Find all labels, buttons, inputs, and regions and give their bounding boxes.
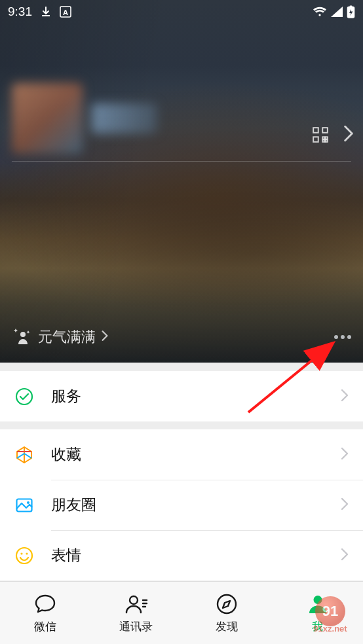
tab-chats[interactable]: 微信 xyxy=(0,582,91,644)
more-icon[interactable] xyxy=(334,335,351,339)
menu-item-label: 服务 xyxy=(51,386,81,406)
svg-rect-8 xyxy=(42,15,50,16)
menu-item-label: 朋友圈 xyxy=(51,495,96,515)
svg-point-25 xyxy=(313,596,322,604)
svg-point-16 xyxy=(27,501,29,504)
chevron-right-icon xyxy=(341,497,349,513)
chevron-right-icon xyxy=(341,548,349,564)
avatar[interactable] xyxy=(12,83,83,154)
service-icon xyxy=(14,387,34,406)
tab-bar: 微信 通讯录 发现 xyxy=(0,581,363,644)
chat-icon xyxy=(33,592,58,617)
discover-icon xyxy=(214,592,239,617)
svg-rect-6 xyxy=(326,137,328,139)
svg-point-7 xyxy=(20,332,26,337)
me-icon xyxy=(305,592,330,617)
menu-item-service[interactable]: 服务 xyxy=(0,371,363,421)
profile-separator xyxy=(12,161,351,162)
svg-rect-0 xyxy=(313,128,318,133)
battery-icon xyxy=(347,5,355,18)
sparkle-person-icon xyxy=(12,327,31,347)
svg-rect-4 xyxy=(326,140,328,142)
profile-cover: 元气满满 xyxy=(0,0,363,363)
svg-point-19 xyxy=(26,552,28,554)
profile-card[interactable] xyxy=(12,76,287,161)
status-chevron-icon[interactable] xyxy=(96,329,109,346)
tab-label: 通讯录 xyxy=(119,619,153,634)
svg-rect-5 xyxy=(322,140,324,142)
moments-icon xyxy=(14,495,34,515)
tab-contacts[interactable]: 通讯录 xyxy=(91,582,182,644)
contacts-icon xyxy=(124,592,149,617)
tab-discover[interactable]: 发现 xyxy=(182,582,273,644)
svg-point-18 xyxy=(20,552,22,554)
qr-code-icon[interactable] xyxy=(312,126,329,143)
svg-rect-2 xyxy=(313,137,318,142)
chevron-right-icon xyxy=(341,389,349,404)
nickname-blurred xyxy=(92,103,157,134)
screen: 元气满满 9:31 A xyxy=(0,0,363,644)
menu-item-label: 收藏 xyxy=(51,444,81,465)
menu-item-moments[interactable]: 朋友圈 xyxy=(0,480,363,530)
download-icon xyxy=(40,6,52,18)
menu-group-2: 收藏 朋友圈 xyxy=(0,429,363,581)
letter-a-icon: A xyxy=(60,6,71,18)
menu-list: 服务 收藏 xyxy=(0,371,363,581)
tab-label: 我 xyxy=(312,619,323,634)
svg-text:A: A xyxy=(63,9,68,16)
tab-label: 微信 xyxy=(34,619,56,634)
profile-chevron-icon[interactable] xyxy=(343,124,354,145)
tab-label: 发现 xyxy=(216,619,238,634)
svg-point-20 xyxy=(130,596,138,604)
signal-icon xyxy=(331,7,343,17)
menu-item-favorites[interactable]: 收藏 xyxy=(0,429,363,480)
menu-item-sticker[interactable]: 表情 xyxy=(0,530,363,581)
svg-point-17 xyxy=(16,548,32,564)
chevron-right-icon xyxy=(341,447,349,463)
svg-point-14 xyxy=(16,389,32,404)
status-row: 元气满满 xyxy=(12,327,351,347)
menu-group-1: 服务 xyxy=(0,371,363,421)
sticker-icon xyxy=(14,546,34,565)
tab-me[interactable]: 我 xyxy=(273,582,364,644)
svg-rect-3 xyxy=(322,137,324,139)
favorites-icon xyxy=(14,445,34,465)
svg-rect-12 xyxy=(350,6,353,7)
svg-point-24 xyxy=(218,595,236,613)
menu-item-label: 表情 xyxy=(51,545,81,565)
status-time: 9:31 xyxy=(8,5,32,19)
status-bar: 9:31 A xyxy=(0,0,363,24)
status-text[interactable]: 元气满满 xyxy=(38,327,96,347)
wifi-icon xyxy=(313,6,327,18)
svg-rect-1 xyxy=(322,128,328,133)
